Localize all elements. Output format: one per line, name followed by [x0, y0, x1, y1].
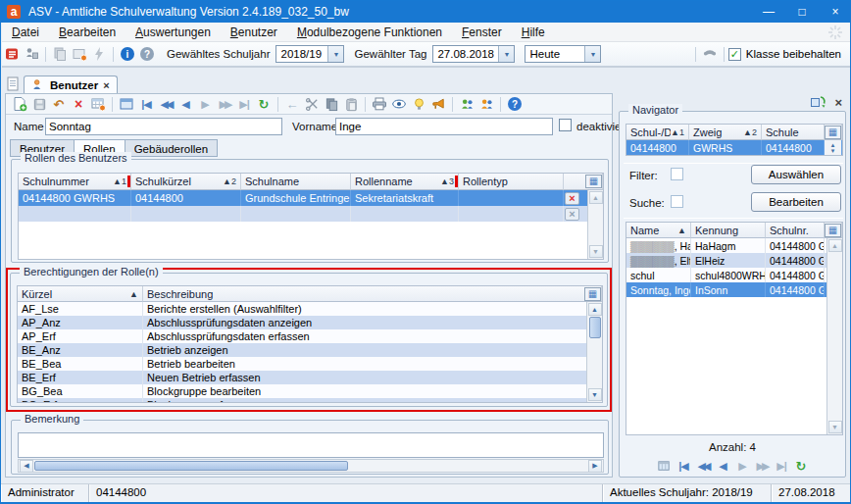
red-book-icon[interactable] [2, 45, 22, 63]
undo-button[interactable]: ↶ [49, 95, 69, 113]
permission-row[interactable]: BG_BeaBlockgruppe bearbeiten [18, 384, 602, 398]
users-button[interactable] [457, 95, 476, 113]
horn-button[interactable] [428, 95, 448, 113]
col-kennung[interactable]: Kennung [691, 223, 766, 238]
rollen-row-selected[interactable]: 04144800 GWRHS 04144800 Grundschule Entr… [19, 190, 603, 206]
phone-icon[interactable] [700, 45, 720, 63]
permission-row[interactable]: BE_BeaBetrieb bearbeiten [18, 357, 602, 371]
col-schulname[interactable]: Schulname [241, 174, 351, 190]
navigator-refresh-button[interactable]: ↻ [791, 457, 811, 475]
app-logo-icon: a [7, 5, 21, 19]
col-zweig[interactable]: Zweig▲2 [689, 125, 762, 140]
permission-row[interactable]: AF_LseBerichte erstellen (Auswahlfilter) [18, 302, 602, 316]
permission-row[interactable]: AP_ErfAbschlussprüfungsdaten erfassen [18, 329, 602, 343]
menu-datei[interactable]: Datei [2, 23, 49, 42]
name-input[interactable] [45, 118, 282, 135]
permission-row[interactable]: BG_ErfBlockgruppe erfassen [18, 398, 602, 403]
col-schulkuerzel[interactable]: Schulkürzel▲2 [131, 174, 241, 190]
col-kuerzel[interactable]: Kürzel▲ [18, 286, 143, 302]
close-button[interactable]: × [819, 1, 851, 23]
page-icon[interactable] [7, 76, 20, 91]
delete-role-button[interactable]: × [565, 192, 579, 205]
navigator-rewind-button[interactable]: ◀◀ [693, 457, 713, 475]
col-schulnr[interactable]: Schulnr. [766, 223, 825, 238]
first-record-button[interactable]: |◀ [136, 95, 156, 113]
scroll-down-icon: ▼ [828, 421, 842, 433]
spinner-down-icon[interactable]: ▼ [830, 148, 836, 154]
col-schulnummer[interactable]: Schulnummer▲1 [19, 174, 131, 190]
paste-button[interactable] [341, 95, 361, 113]
table-view-button[interactable] [654, 457, 674, 475]
hint-bulb-button[interactable] [409, 95, 428, 113]
refresh-button[interactable]: ↻ [254, 95, 274, 113]
user-row[interactable]: schul schul4800WRHS 04144800 GW... [626, 268, 842, 282]
column-config-button[interactable]: ▦ [584, 287, 601, 301]
print-button[interactable] [370, 95, 389, 113]
minimize-button[interactable]: — [752, 1, 785, 23]
klasse-beibehalten-checkbox[interactable]: ✓ [728, 48, 741, 61]
permission-row[interactable]: BE_ErfNeuen Betrieb erfassen [18, 371, 602, 384]
rollen-scrollbar[interactable]: ▲ ▼ [587, 190, 603, 259]
column-config-button[interactable]: ▦ [825, 224, 841, 237]
permission-row[interactable]: BE_AnzBetrieb anzeigen [18, 343, 602, 357]
tab-benutzer[interactable]: Benutzer × [24, 76, 118, 93]
zeitraum-select[interactable]: Heute▼ [525, 45, 601, 63]
panel-close-icon[interactable]: × [834, 95, 842, 110]
subtab-gebaeuderollen[interactable]: Gebäuderollen [125, 139, 218, 157]
delete-record-button[interactable]: × [69, 95, 88, 113]
tab-close-icon[interactable]: × [103, 79, 109, 91]
navigator-previous-button[interactable]: ◀ [713, 457, 732, 475]
column-config-button[interactable]: ▦ [825, 126, 841, 139]
copy-button[interactable] [322, 95, 341, 113]
menu-fenster[interactable]: Fenster [452, 23, 512, 42]
maximize-button[interactable]: □ [785, 1, 819, 23]
suche-checkbox[interactable] [671, 195, 683, 208]
context-help-button[interactable]: ? [505, 95, 525, 113]
col-schul-dst[interactable]: Schul-/Dst....▲1 [626, 125, 689, 140]
previous-record-button[interactable]: ◀ [175, 95, 195, 113]
permission-row[interactable]: AP_AnzAbschlussprüfungsdaten anzeigen [18, 316, 602, 329]
menu-hilfe[interactable]: Hilfe [512, 23, 555, 42]
help-icon[interactable]: ? [137, 45, 157, 63]
table-view-button[interactable] [117, 95, 136, 113]
col-name[interactable]: Name▲ [626, 223, 691, 238]
rewind-button[interactable]: ◀◀ [156, 95, 175, 113]
menu-auswertungen[interactable]: Auswertungen [125, 23, 221, 42]
panel-restore-icon[interactable] [810, 94, 826, 110]
deaktiviert-checkbox[interactable] [559, 119, 572, 131]
schuljahr-select[interactable]: 2018/19▼ [275, 45, 344, 63]
user-list-scrollbar[interactable]: ▲ ▼ [826, 238, 842, 434]
menu-bearbeiten[interactable]: Bearbeiten [49, 23, 125, 42]
klasse-beibehalten-label: Klasse beibehalten [746, 48, 841, 60]
info-icon[interactable]: i [118, 45, 137, 63]
user-row[interactable]: ▒▒▒▒▒▒, Elfr... ElHeiz 04144800 GW... [626, 253, 842, 268]
new-record-button[interactable] [10, 95, 29, 113]
filter-checkbox[interactable] [671, 168, 683, 180]
navigator-first-button[interactable]: |◀ [674, 457, 693, 475]
school-row-selected[interactable]: 04144800 GWRHS 04144800 ▲ ▼ [626, 140, 842, 155]
bemerkung-hscrollbar[interactable]: ◀ ▶ [18, 459, 604, 473]
rollen-row-empty[interactable]: × [19, 206, 603, 222]
column-config-button[interactable]: ▦ [585, 175, 602, 188]
window-notification-icon[interactable] [70, 45, 89, 63]
preview-eye-button[interactable] [389, 95, 409, 113]
scrollbar-thumb[interactable] [34, 461, 348, 471]
berechtigungen-scrollbar[interactable]: ▲ ▼ [586, 302, 602, 402]
tag-date-select[interactable]: 27.08.2018▼ [432, 45, 515, 63]
bearbeiten-button[interactable]: Bearbeiten [751, 192, 841, 212]
col-rollenname[interactable]: Rollenname▲3 [351, 174, 459, 190]
col-schule[interactable]: Schule [762, 125, 825, 140]
menu-modulbezogene-funktionen[interactable]: Modulbezogene Funktionen [287, 23, 452, 42]
user-row[interactable]: ▒▒▒▒▒▒, Ha... HaHagm 04144800 GW... [626, 238, 842, 253]
col-rollentyp[interactable]: Rollentyp [459, 174, 564, 190]
bemerkung-textarea[interactable] [18, 432, 604, 458]
auswaehlen-button[interactable]: Auswählen [751, 165, 841, 184]
menu-benutzer[interactable]: Benutzer [221, 23, 287, 42]
edit-table-button[interactable] [88, 95, 108, 113]
vorname-input[interactable] [335, 118, 553, 135]
user-row-selected[interactable]: Sonntag, Inge InSonn 04144800 GW... [626, 282, 842, 297]
user-groups-button[interactable] [476, 95, 496, 113]
scrollbar-thumb[interactable] [589, 317, 601, 338]
col-beschreibung[interactable]: Beschreibung [143, 286, 602, 302]
person-desk-icon[interactable] [22, 45, 41, 63]
